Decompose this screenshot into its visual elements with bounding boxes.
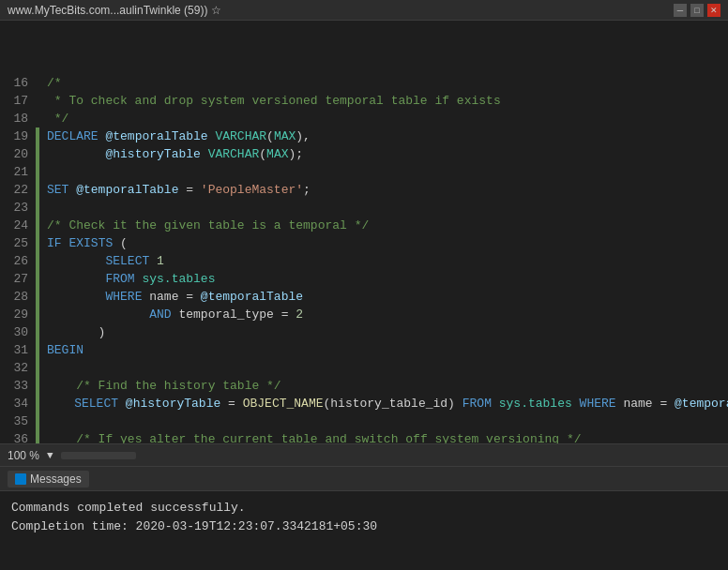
code-line-content: */ — [41, 110, 720, 128]
code-line-content: BEGIN — [41, 341, 720, 359]
messages-tab-icon — [15, 473, 26, 485]
code-line-content: DECLARE @temporalTable VARCHAR(MAX), — [41, 128, 720, 145]
line-number: 30 — [8, 323, 36, 341]
line-number: 20 — [8, 145, 36, 163]
line-number: 26 — [8, 252, 36, 270]
line-number: 23 — [8, 199, 36, 217]
table-row: 24/* Check it the given table is a tempo… — [8, 217, 720, 234]
line-number: 31 — [8, 341, 36, 359]
change-indicator — [36, 359, 41, 377]
title-controls: ─ □ ✕ — [674, 4, 720, 17]
change-indicator — [36, 323, 41, 341]
table-row: 36 /* If yes alter the current table and… — [8, 430, 720, 443]
change-indicator — [36, 270, 41, 288]
change-indicator — [36, 395, 39, 412]
table-row: 26 SELECT 1 — [8, 252, 720, 270]
code-line-content: ) — [41, 323, 720, 341]
table-row: 33 /* Find the history table */ — [8, 377, 720, 395]
code-line-content: SET @temporalTable = 'PeopleMaster'; — [41, 181, 720, 199]
messages-panel: Messages Commands completed successfully… — [0, 467, 728, 570]
code-line-content — [41, 199, 720, 217]
zoom-level: 100 % — [8, 449, 39, 462]
line-number: 35 — [8, 412, 36, 430]
line-number: 17 — [8, 92, 36, 110]
change-indicator — [36, 217, 41, 234]
messages-content: Commands completed successfully. Complet… — [0, 491, 728, 544]
table-row: 16/* — [8, 74, 720, 92]
messages-tab-bar: Messages — [0, 467, 728, 491]
change-indicator — [36, 128, 41, 145]
change-indicator — [36, 252, 41, 270]
code-line-content: SELECT @historyTable = OBJECT_NAME(histo… — [39, 395, 728, 412]
zoom-dropdown-icon[interactable]: ▼ — [47, 450, 53, 461]
table-row: 29 AND temporal_type = 2 — [8, 306, 720, 323]
table-row: 34 SELECT @historyTable = OBJECT_NAME(hi… — [8, 395, 720, 412]
code-line-content: * To check and drop system versioned tem… — [41, 92, 720, 110]
table-row: 31BEGIN — [8, 341, 720, 359]
code-line-content — [41, 412, 720, 430]
change-indicator — [36, 199, 41, 217]
title-bar: www.MyTecBits.com...aulinTwinkle (59)) ☆… — [0, 0, 728, 21]
change-indicator — [36, 163, 41, 181]
table-row: 35 — [8, 412, 720, 430]
title-text: www.MyTecBits.com...aulinTwinkle (59)) ☆ — [8, 4, 221, 17]
table-row: 27 FROM sys.tables — [8, 270, 720, 288]
code-line-content — [41, 359, 720, 377]
code-line-content: /* Find the history table */ — [41, 377, 720, 395]
message-line-1: Commands completed successfully. — [11, 499, 717, 518]
line-number: 18 — [8, 110, 36, 128]
table-row: 17 * To check and drop system versioned … — [8, 92, 720, 110]
messages-tab-label: Messages — [30, 472, 82, 486]
table-row: 25IF EXISTS ( — [8, 234, 720, 252]
change-indicator — [36, 145, 41, 163]
table-row: 32 — [8, 359, 720, 377]
line-number: 22 — [8, 181, 36, 199]
change-indicator — [36, 306, 41, 323]
messages-tab-item[interactable]: Messages — [8, 471, 89, 488]
status-bar: 100 % ▼ — [0, 444, 728, 467]
horizontal-scrollbar[interactable] — [61, 452, 136, 459]
code-line-content: /* If yes alter the current table and sw… — [41, 430, 720, 443]
line-number: 19 — [8, 128, 36, 145]
table-row: 22SET @temporalTable = 'PeopleMaster'; — [8, 181, 720, 199]
line-number: 25 — [8, 234, 36, 252]
change-indicator — [36, 92, 41, 110]
code-line-content: /* Check it the given table is a tempora… — [41, 217, 720, 234]
line-number: 32 — [8, 359, 36, 377]
code-line-content — [41, 163, 720, 181]
table-row: 30 ) — [8, 323, 720, 341]
table-row: 21 — [8, 163, 720, 181]
message-line-3: Completion time: 2020-03-19T12:23:07.334… — [11, 518, 717, 536]
line-number: 33 — [8, 377, 36, 395]
change-indicator — [36, 430, 41, 443]
line-number: 28 — [8, 288, 36, 306]
line-number: 21 — [8, 163, 36, 181]
code-area[interactable]: 16/*17 * To check and drop system versio… — [0, 21, 728, 443]
line-number: 24 — [8, 217, 36, 234]
change-indicator — [36, 110, 41, 128]
change-indicator — [36, 412, 41, 430]
table-row: 20 @historyTable VARCHAR(MAX); — [8, 145, 720, 163]
change-indicator — [36, 377, 41, 395]
table-row: 28 WHERE name = @temporalTable — [8, 288, 720, 306]
line-number: 27 — [8, 270, 36, 288]
code-line-content: /* — [41, 74, 720, 92]
code-line-content: AND temporal_type = 2 — [41, 306, 720, 323]
maximize-button[interactable]: □ — [690, 4, 704, 17]
code-line-content: @historyTable VARCHAR(MAX); — [41, 145, 720, 163]
table-row: 19DECLARE @temporalTable VARCHAR(MAX), — [8, 128, 720, 145]
editor-area: 16/*17 * To check and drop system versio… — [0, 21, 728, 444]
table-row: 18 */ — [8, 110, 720, 128]
close-button[interactable]: ✕ — [707, 4, 720, 17]
code-line-content: SELECT 1 — [41, 252, 720, 270]
change-indicator — [36, 74, 41, 92]
code-line-content: WHERE name = @temporalTable — [41, 288, 720, 306]
change-indicator — [36, 341, 41, 359]
change-indicator — [36, 234, 41, 252]
main-container: 16/*17 * To check and drop system versio… — [0, 21, 728, 570]
line-number: 16 — [8, 74, 36, 92]
line-number: 29 — [8, 306, 36, 323]
minimize-button[interactable]: ─ — [674, 4, 687, 17]
line-number: 34 — [8, 395, 36, 412]
code-line-content: IF EXISTS ( — [41, 234, 720, 252]
